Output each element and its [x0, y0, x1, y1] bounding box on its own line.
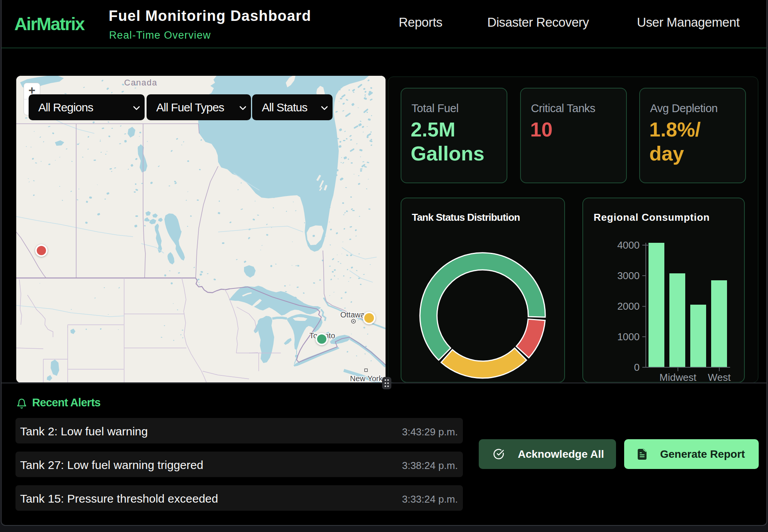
svg-text:West: West [708, 372, 731, 382]
svg-text:3000: 3000 [617, 270, 640, 281]
svg-text:2000: 2000 [617, 300, 640, 312]
svg-text:Ottawa: Ottawa [340, 310, 365, 319]
svg-text:Midwest: Midwest [659, 372, 696, 382]
svg-text:Canada: Canada [124, 78, 157, 87]
svg-text:4000: 4000 [617, 239, 640, 251]
svg-text:1000: 1000 [617, 331, 640, 343]
svg-text:0: 0 [634, 361, 640, 373]
svg-text:New York: New York [350, 374, 383, 383]
